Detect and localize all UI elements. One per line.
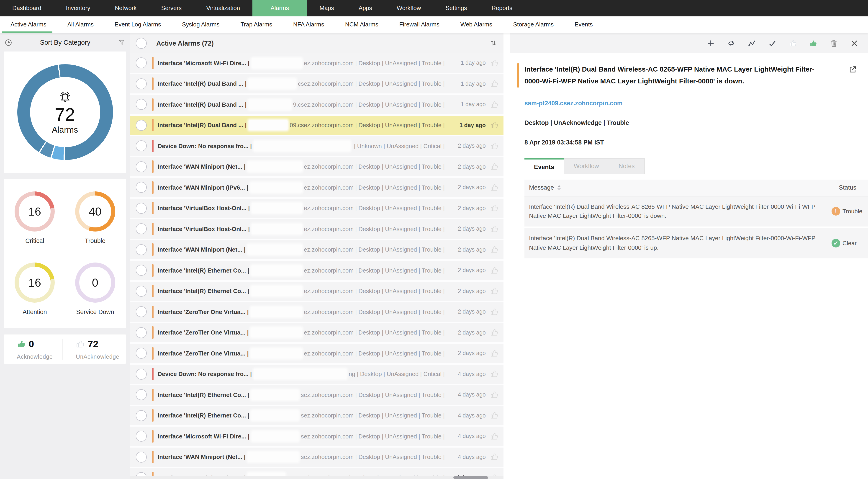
row-checkbox[interactable] (136, 141, 147, 152)
row-checkbox[interactable] (136, 265, 147, 276)
thumbs-up-green-icon[interactable] (809, 39, 817, 47)
subtab[interactable]: Firewall Alarms (389, 17, 450, 33)
thumbs-up-icon[interactable] (490, 411, 498, 420)
row-checkbox[interactable] (136, 79, 147, 89)
close-icon[interactable] (850, 39, 859, 47)
thumbs-up-icon[interactable] (490, 245, 498, 254)
add-icon[interactable] (707, 39, 715, 47)
alarm-row[interactable]: Device Down: No response fro... | ng | D… (130, 364, 503, 385)
thumbs-up-icon[interactable] (490, 80, 498, 88)
row-checkbox[interactable] (136, 203, 147, 214)
detail-tab[interactable]: Workflow (564, 158, 609, 174)
nav-item[interactable]: Servers (149, 0, 194, 17)
nav-item[interactable]: Maps (307, 0, 346, 17)
external-link-icon[interactable] (848, 65, 857, 74)
row-checkbox[interactable] (136, 244, 147, 255)
thumbs-up-icon[interactable] (490, 121, 498, 130)
horizontal-scrollbar[interactable] (130, 476, 503, 479)
row-checkbox[interactable] (136, 286, 147, 297)
alarm-row[interactable]: Interface 'Intel(R) Dual Band ... | 9.cs… (130, 95, 503, 116)
detail-tab[interactable]: Events (524, 158, 564, 174)
alarm-row[interactable]: Interface 'ZeroTier One Virtua... | ez.z… (130, 302, 503, 323)
row-checkbox[interactable] (136, 99, 147, 110)
thumbs-up-icon[interactable] (490, 266, 498, 275)
event-row[interactable]: Interface 'Intel(R) Dual Band Wireless-A… (524, 228, 868, 260)
alarm-row[interactable]: Interface 'WAN Miniport (Net... | ez.zoh… (130, 157, 503, 178)
alarm-row[interactable]: Interface 'Intel(R) Ethernet Co... | sez… (130, 406, 503, 427)
nav-item[interactable]: Alarms (252, 0, 307, 17)
nav-item[interactable]: Workflow (384, 0, 433, 17)
alarm-row[interactable]: Interface 'Intel(R) Dual Band ... | 09.c… (130, 116, 503, 136)
delete-icon[interactable] (830, 39, 838, 47)
severity-ring[interactable]: 40 Trouble (75, 191, 115, 244)
nav-item[interactable]: Settings (433, 0, 479, 17)
sort-icon[interactable] (489, 39, 498, 48)
thumbs-up-icon[interactable] (490, 162, 498, 171)
alarm-row[interactable]: Interface 'WAN Miniport (Net... | sez.zo… (130, 447, 503, 468)
thumbs-up-icon[interactable] (490, 308, 498, 316)
nav-item[interactable]: Apps (346, 0, 384, 17)
event-row[interactable]: Interface 'Intel(R) Dual Band Wireless-A… (524, 196, 868, 228)
row-checkbox[interactable] (136, 223, 147, 235)
row-checkbox[interactable] (136, 182, 147, 193)
select-all-checkbox[interactable] (136, 38, 147, 49)
subtab[interactable]: Storage Alarms (503, 17, 564, 33)
subtab[interactable]: Syslog Alarms (172, 17, 230, 33)
subtab[interactable]: Active Alarms (0, 17, 57, 33)
row-checkbox[interactable] (136, 306, 147, 318)
row-checkbox[interactable] (136, 327, 147, 338)
row-checkbox[interactable] (136, 389, 147, 400)
column-status[interactable]: Status (839, 184, 868, 191)
nav-item[interactable]: Dashboard (0, 0, 54, 17)
detail-tab[interactable]: Notes (609, 158, 645, 174)
row-checkbox[interactable] (136, 369, 147, 380)
subtab[interactable]: All Alarms (57, 17, 104, 33)
acknowledge-check-icon[interactable] (768, 39, 776, 47)
scrollbar-thumb[interactable] (453, 476, 488, 479)
thumbs-up-icon[interactable] (490, 349, 498, 358)
subtab[interactable]: Events (564, 17, 603, 33)
column-message[interactable]: Message (529, 184, 554, 191)
nav-item[interactable]: Network (102, 0, 149, 17)
alarm-row[interactable]: Interface 'Microsoft Wi-Fi Dire... | sez… (130, 427, 503, 447)
alarm-donut-chart[interactable]: 72 Alarms (17, 64, 113, 160)
alarm-row[interactable]: Interface 'WAN Miniport (Net... | ez.zoh… (130, 240, 503, 261)
thumbs-up-icon[interactable] (490, 453, 498, 461)
alarm-row[interactable]: Interface 'ZeroTier One Virtua... | ez.z… (130, 343, 503, 364)
alarm-row[interactable]: Interface 'Intel(R) Ethernet Co... | ez.… (130, 261, 503, 281)
row-checkbox[interactable] (136, 410, 147, 421)
thumbs-up-icon[interactable] (490, 370, 498, 379)
alarm-row[interactable]: Interface 'Intel(R) Ethernet Co... | ez.… (130, 281, 503, 302)
thumbs-up-icon[interactable] (490, 287, 498, 296)
severity-ring[interactable]: 0 Service Down (75, 263, 115, 316)
subtab[interactable]: Web Alarms (450, 17, 503, 33)
thumbs-up-icon[interactable] (490, 225, 498, 233)
recurrence-loop-icon[interactable] (727, 39, 736, 47)
row-checkbox[interactable] (136, 58, 147, 68)
alarm-row[interactable]: Device Down: No response fro... | | Unkn… (130, 136, 503, 157)
thumbs-up-outline-icon[interactable] (789, 39, 797, 47)
nav-item[interactable]: Inventory (54, 0, 102, 17)
alarm-row[interactable]: Interface 'Intel(R) Ethernet Co... | sez… (130, 385, 503, 406)
unacknowledge-stat[interactable]: 72 UnAcknowledge (63, 339, 126, 360)
thumbs-up-icon[interactable] (490, 391, 498, 399)
sort-indicator-icon[interactable] (557, 185, 561, 190)
nav-item[interactable]: Reports (479, 0, 525, 17)
thumbs-up-icon[interactable] (490, 204, 498, 213)
row-checkbox[interactable] (136, 348, 147, 359)
row-checkbox[interactable] (136, 452, 147, 462)
alarm-row[interactable]: Interface 'Microsoft Wi-Fi Dire... | ez.… (130, 53, 503, 74)
filter-icon[interactable] (118, 39, 125, 46)
row-checkbox[interactable] (136, 120, 147, 131)
row-checkbox[interactable] (136, 161, 147, 172)
subtab[interactable]: NFA Alarms (283, 17, 335, 33)
alarm-row[interactable]: Interface 'VirtualBox Host-Onl... | ez.z… (130, 199, 503, 219)
thumbs-up-icon[interactable] (490, 328, 498, 337)
workflow-graph-icon[interactable] (748, 39, 756, 47)
alarm-row[interactable]: Interface 'Intel(R) Dual Band ... | csez… (130, 74, 503, 95)
history-clock-icon[interactable] (5, 38, 12, 46)
subtab[interactable]: NCM Alarms (335, 17, 389, 33)
severity-ring[interactable]: 16 Critical (15, 191, 55, 244)
severity-ring[interactable]: 16 Attention (15, 263, 55, 316)
alarm-row[interactable]: Interface 'WAN Miniport (IPv6... | ez.zo… (130, 178, 503, 199)
